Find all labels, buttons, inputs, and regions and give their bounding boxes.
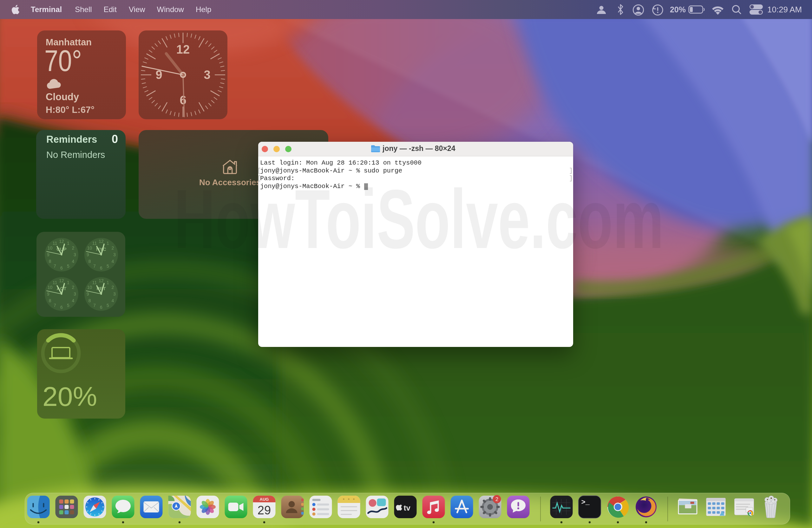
svg-text:HowToiSolve.com: HowToiSolve.com [174,172,664,266]
